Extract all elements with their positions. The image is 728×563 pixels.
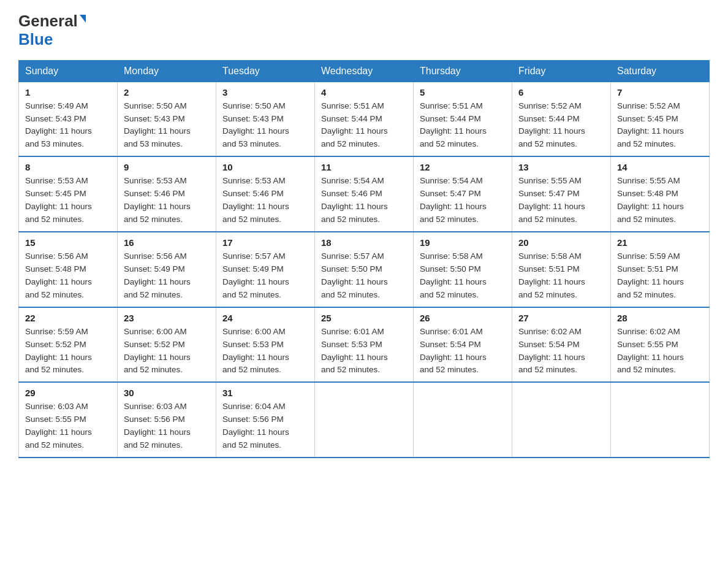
day-number: 29 [25, 388, 111, 398]
day-info: Sunrise: 5:55 AM Sunset: 5:48 PM Dayligh… [617, 175, 703, 226]
day-info: Sunrise: 5:58 AM Sunset: 5:51 PM Dayligh… [518, 250, 604, 302]
day-number: 12 [420, 162, 506, 172]
day-info: Sunrise: 5:57 AM Sunset: 5:49 PM Dayligh… [222, 250, 308, 302]
day-info: Sunrise: 5:56 AM Sunset: 5:49 PM Dayligh… [124, 250, 210, 302]
calendar-day-cell: 26 Sunrise: 6:01 AM Sunset: 5:54 PM Dayl… [414, 307, 512, 383]
calendar-week-row: 15 Sunrise: 5:56 AM Sunset: 5:48 PM Dayl… [19, 232, 710, 307]
day-number: 24 [222, 313, 308, 323]
day-info: Sunrise: 5:53 AM Sunset: 5:46 PM Dayligh… [124, 175, 210, 226]
calendar-day-cell: 13 Sunrise: 5:55 AM Sunset: 5:47 PM Dayl… [512, 156, 611, 232]
day-info: Sunrise: 5:56 AM Sunset: 5:48 PM Dayligh… [25, 250, 111, 302]
logo: General Blue [18, 12, 86, 49]
day-info: Sunrise: 5:54 AM Sunset: 5:47 PM Dayligh… [420, 175, 506, 226]
logo-blue-text: Blue [18, 30, 53, 49]
day-number: 7 [617, 87, 703, 98]
weekday-header-cell: Monday [118, 60, 216, 82]
calendar-day-cell [512, 382, 611, 458]
calendar-day-cell [414, 382, 512, 458]
calendar-day-cell: 16 Sunrise: 5:56 AM Sunset: 5:49 PM Dayl… [118, 232, 216, 307]
day-info: Sunrise: 5:57 AM Sunset: 5:50 PM Dayligh… [321, 250, 407, 302]
day-info: Sunrise: 5:58 AM Sunset: 5:50 PM Dayligh… [420, 250, 506, 302]
day-info: Sunrise: 5:55 AM Sunset: 5:47 PM Dayligh… [518, 175, 604, 226]
calendar-day-cell: 15 Sunrise: 5:56 AM Sunset: 5:48 PM Dayl… [19, 232, 118, 307]
day-number: 27 [518, 313, 604, 323]
day-number: 25 [321, 313, 407, 323]
calendar-day-cell [611, 382, 710, 458]
day-number: 11 [321, 162, 407, 172]
calendar-day-cell: 9 Sunrise: 5:53 AM Sunset: 5:46 PM Dayli… [118, 156, 216, 232]
day-number: 20 [518, 237, 604, 248]
calendar-day-cell: 5 Sunrise: 5:51 AM Sunset: 5:44 PM Dayli… [414, 82, 512, 156]
calendar-day-cell: 20 Sunrise: 5:58 AM Sunset: 5:51 PM Dayl… [512, 232, 611, 307]
day-number: 9 [124, 162, 210, 172]
day-info: Sunrise: 6:00 AM Sunset: 5:52 PM Dayligh… [124, 326, 210, 377]
day-number: 1 [25, 87, 111, 98]
weekday-header-cell: Friday [512, 60, 611, 82]
day-number: 2 [124, 87, 210, 98]
calendar-table: SundayMondayTuesdayWednesdayThursdayFrid… [18, 60, 710, 458]
calendar-week-row: 8 Sunrise: 5:53 AM Sunset: 5:45 PM Dayli… [19, 156, 710, 232]
day-info: Sunrise: 5:53 AM Sunset: 5:45 PM Dayligh… [25, 175, 111, 226]
day-number: 18 [321, 237, 407, 248]
calendar-day-cell: 1 Sunrise: 5:49 AM Sunset: 5:43 PM Dayli… [19, 82, 118, 156]
calendar-day-cell: 30 Sunrise: 6:03 AM Sunset: 5:56 PM Dayl… [118, 382, 216, 458]
day-info: Sunrise: 6:03 AM Sunset: 5:55 PM Dayligh… [25, 400, 111, 452]
calendar-day-cell: 6 Sunrise: 5:52 AM Sunset: 5:44 PM Dayli… [512, 82, 611, 156]
calendar-week-row: 22 Sunrise: 5:59 AM Sunset: 5:52 PM Dayl… [19, 307, 710, 383]
calendar-day-cell: 14 Sunrise: 5:55 AM Sunset: 5:48 PM Dayl… [611, 156, 710, 232]
day-number: 26 [420, 313, 506, 323]
day-info: Sunrise: 5:54 AM Sunset: 5:46 PM Dayligh… [321, 175, 407, 226]
day-info: Sunrise: 6:00 AM Sunset: 5:53 PM Dayligh… [222, 326, 308, 377]
calendar-day-cell: 22 Sunrise: 5:59 AM Sunset: 5:52 PM Dayl… [19, 307, 118, 383]
calendar-day-cell: 24 Sunrise: 6:00 AM Sunset: 5:53 PM Dayl… [216, 307, 315, 383]
day-number: 14 [617, 162, 703, 172]
calendar-day-cell: 2 Sunrise: 5:50 AM Sunset: 5:43 PM Dayli… [118, 82, 216, 156]
day-info: Sunrise: 6:02 AM Sunset: 5:54 PM Dayligh… [518, 326, 604, 377]
calendar-day-cell: 17 Sunrise: 5:57 AM Sunset: 5:49 PM Dayl… [216, 232, 315, 307]
calendar-day-cell: 27 Sunrise: 6:02 AM Sunset: 5:54 PM Dayl… [512, 307, 611, 383]
day-number: 21 [617, 237, 703, 248]
day-number: 23 [124, 313, 210, 323]
day-info: Sunrise: 5:50 AM Sunset: 5:43 PM Dayligh… [222, 100, 308, 151]
day-number: 13 [518, 162, 604, 172]
calendar-week-row: 29 Sunrise: 6:03 AM Sunset: 5:55 PM Dayl… [19, 382, 710, 458]
calendar-day-cell: 12 Sunrise: 5:54 AM Sunset: 5:47 PM Dayl… [414, 156, 512, 232]
day-info: Sunrise: 6:01 AM Sunset: 5:54 PM Dayligh… [420, 326, 506, 377]
day-info: Sunrise: 6:03 AM Sunset: 5:56 PM Dayligh… [124, 400, 210, 452]
day-number: 3 [222, 87, 308, 98]
day-info: Sunrise: 5:52 AM Sunset: 5:45 PM Dayligh… [617, 100, 703, 151]
day-number: 30 [124, 388, 210, 398]
day-info: Sunrise: 5:51 AM Sunset: 5:44 PM Dayligh… [321, 100, 407, 151]
day-info: Sunrise: 5:50 AM Sunset: 5:43 PM Dayligh… [124, 100, 210, 151]
day-number: 5 [420, 87, 506, 98]
weekday-header-cell: Sunday [19, 60, 118, 82]
day-info: Sunrise: 5:53 AM Sunset: 5:46 PM Dayligh… [222, 175, 308, 226]
calendar-body: 1 Sunrise: 5:49 AM Sunset: 5:43 PM Dayli… [19, 82, 710, 458]
day-number: 31 [222, 388, 308, 398]
day-number: 8 [25, 162, 111, 172]
calendar-day-cell: 28 Sunrise: 6:02 AM Sunset: 5:55 PM Dayl… [611, 307, 710, 383]
calendar-day-cell: 4 Sunrise: 5:51 AM Sunset: 5:44 PM Dayli… [315, 82, 414, 156]
calendar-day-cell: 29 Sunrise: 6:03 AM Sunset: 5:55 PM Dayl… [19, 382, 118, 458]
day-info: Sunrise: 6:01 AM Sunset: 5:53 PM Dayligh… [321, 326, 407, 377]
day-info: Sunrise: 6:04 AM Sunset: 5:56 PM Dayligh… [222, 400, 308, 452]
calendar-week-row: 1 Sunrise: 5:49 AM Sunset: 5:43 PM Dayli… [19, 82, 710, 156]
day-number: 16 [124, 237, 210, 248]
calendar-day-cell: 21 Sunrise: 5:59 AM Sunset: 5:51 PM Dayl… [611, 232, 710, 307]
weekday-header-row: SundayMondayTuesdayWednesdayThursdayFrid… [19, 60, 710, 82]
weekday-header-cell: Saturday [611, 60, 710, 82]
calendar-day-cell: 7 Sunrise: 5:52 AM Sunset: 5:45 PM Dayli… [611, 82, 710, 156]
weekday-header-cell: Thursday [414, 60, 512, 82]
day-number: 10 [222, 162, 308, 172]
calendar-day-cell: 23 Sunrise: 6:00 AM Sunset: 5:52 PM Dayl… [118, 307, 216, 383]
day-number: 6 [518, 87, 604, 98]
weekday-header-cell: Tuesday [216, 60, 315, 82]
day-number: 15 [25, 237, 111, 248]
day-info: Sunrise: 5:51 AM Sunset: 5:44 PM Dayligh… [420, 100, 506, 151]
calendar-day-cell: 10 Sunrise: 5:53 AM Sunset: 5:46 PM Dayl… [216, 156, 315, 232]
day-info: Sunrise: 5:52 AM Sunset: 5:44 PM Dayligh… [518, 100, 604, 151]
day-number: 17 [222, 237, 308, 248]
weekday-header-cell: Wednesday [315, 60, 414, 82]
day-number: 4 [321, 87, 407, 98]
day-number: 22 [25, 313, 111, 323]
